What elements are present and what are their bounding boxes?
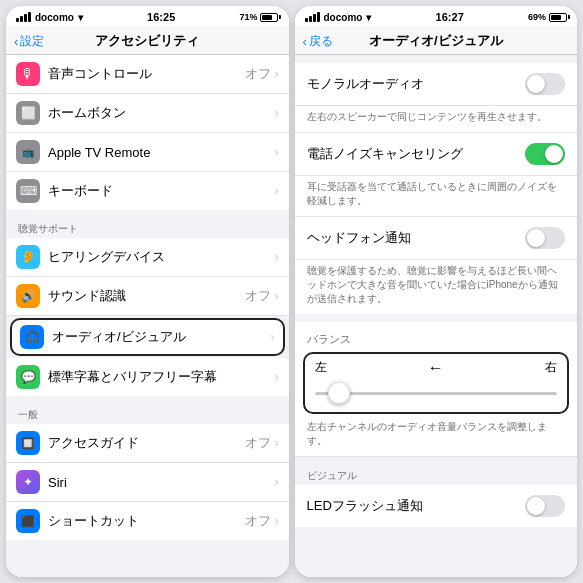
status-left-r: docomo ▾ [305,12,372,23]
row-siri[interactable]: ✦ Siri › [6,463,289,502]
row-audio-control[interactable]: 🎙 音声コントロール オフ › [6,55,289,94]
battery-pct-label-r: 69% [528,12,546,22]
led-toggle[interactable] [525,495,565,517]
hearing-group: 👂 ヒアリングデバイス › 🔊 サウンド認識 オフ › 🎧 オーディオ/ビジュア… [6,238,289,396]
row-access-guide[interactable]: 🔲 アクセスガイド オフ › [6,424,289,463]
balance-labels: 左 ← 右 [315,359,558,377]
shortcuts-value: オフ [245,512,271,530]
slider-thumb[interactable] [328,382,350,404]
keyboard-icon: ⌨ [16,179,40,203]
chevron-icon: › [275,370,279,384]
audio-control-label: 音声コントロール [48,65,245,83]
row-apple-tv-remote[interactable]: 📺 Apple TV Remote › [6,133,289,172]
home-button-icon: ⬜ [16,101,40,125]
balance-left-label: 左 [315,359,327,377]
balance-group: バランス 左 ← 右 左右チャンネルのオーディオ音量バランスを調整します。 [295,322,578,457]
headphone-label: ヘッドフォン通知 [307,229,526,247]
mono-toggle[interactable] [525,73,565,95]
balance-slider-container[interactable]: 左 ← 右 [303,352,570,414]
back-chevron-icon: ‹ [14,34,18,49]
content-right: モノラルオーディオ 左右のスピーカーで同じコンテンツを再生させます。 電話ノイズ… [295,55,578,577]
audio-control-value: オフ [245,65,271,83]
row-home-button[interactable]: ⬜ ホームボタン › [6,94,289,133]
slider-track [315,392,558,395]
sound-recognition-value: オフ [245,287,271,305]
shortcuts-label: ショートカット [48,512,245,530]
balance-right-label: 右 [545,359,557,377]
battery-pct-label: 71% [239,12,257,22]
chevron-icon: › [275,436,279,450]
chevron-icon: › [275,67,279,81]
left-phone: docomo ▾ 16:25 71% ‹ 設定 アクセシビリティ 🎙 音声コント… [6,6,289,577]
audio-control-icon: 🎙 [16,62,40,86]
gap1 [295,55,578,63]
toggle-knob3 [527,229,545,247]
audio-visual-icon: 🎧 [20,325,44,349]
gap3 [295,457,578,465]
chevron-icon: › [275,184,279,198]
top-group: 🎙 音声コントロール オフ › ⬜ ホームボタン › 📺 Apple TV Re… [6,55,289,210]
apple-tv-remote-label: Apple TV Remote [48,145,275,160]
audio-visual-label: オーディオ/ビジュアル [52,328,271,346]
signal-icon-r [305,12,320,22]
signal-icon [16,12,31,22]
battery-icon-r [549,13,567,22]
phone-cancel-row[interactable]: 電話ノイズキャンセリング [295,133,578,176]
status-right-r: 69% [528,12,567,22]
subtitles-label: 標準字幕とバリアフリー字幕 [48,368,275,386]
back-button-r[interactable]: ‹ 戻る [303,33,333,50]
page-title-left: アクセシビリティ [95,32,199,50]
row-sound-recognition[interactable]: 🔊 サウンド認識 オフ › [6,277,289,316]
wifi-icon-r: ▾ [366,12,371,23]
balance-slider[interactable] [315,379,558,407]
access-guide-value: オフ [245,434,271,452]
content-left: 🎙 音声コントロール オフ › ⬜ ホームボタン › 📺 Apple TV Re… [6,55,289,577]
back-chevron-icon-r: ‹ [303,34,307,49]
row-hearing-devices[interactable]: 👂 ヒアリングデバイス › [6,238,289,277]
carrier-label-r: docomo [324,12,363,23]
back-label-r[interactable]: 戻る [309,33,333,50]
toggle-knob [527,75,545,93]
headphone-desc: 聴覚を保護するため、聴覚に影響を与えるほど長い間ヘッドホンで大きな音を聞いていた… [295,260,578,314]
battery-icon [260,13,278,22]
balance-arrow-area: ← [428,359,444,377]
chevron-icon: › [275,250,279,264]
mono-row[interactable]: モノラルオーディオ [295,63,578,106]
phone-cancel-label: 電話ノイズキャンセリング [307,145,526,163]
headphone-toggle[interactable] [525,227,565,249]
section-hearing-label: 聴覚サポート [18,223,78,234]
chevron-icon: › [275,289,279,303]
battery-fill-r [551,15,561,20]
back-button[interactable]: ‹ 設定 [14,33,44,50]
balance-section-label: バランス [295,328,578,349]
keyboard-label: キーボード [48,182,275,200]
gap2 [295,314,578,322]
mono-group: モノラルオーディオ 左右のスピーカーで同じコンテンツを再生させます。 電話ノイズ… [295,63,578,314]
nav-bar-right: ‹ 戻る オーディオ/ビジュアル [295,26,578,55]
access-guide-icon: 🔲 [16,431,40,455]
mono-label: モノラルオーディオ [307,75,526,93]
nav-bar-left: ‹ 設定 アクセシビリティ [6,26,289,55]
row-keyboard[interactable]: ⌨ キーボード › [6,172,289,210]
time-label-r: 16:27 [436,11,464,23]
shortcuts-icon: ⬛ [16,509,40,533]
row-audio-visual[interactable]: 🎧 オーディオ/ビジュアル › [10,318,285,356]
toggle-knob4 [527,497,545,515]
led-row[interactable]: LEDフラッシュ通知 [295,485,578,527]
section-general-header: 一般 [6,404,289,424]
page-title-right: オーディオ/ビジュアル [369,32,503,50]
back-label[interactable]: 設定 [20,33,44,50]
chevron-icon: › [271,330,275,344]
row-shortcuts[interactable]: ⬛ ショートカット オフ › [6,502,289,540]
chevron-icon: › [275,145,279,159]
time-label: 16:25 [147,11,175,23]
phone-cancel-toggle[interactable] [525,143,565,165]
hearing-devices-label: ヒアリングデバイス [48,248,275,266]
sound-recognition-label: サウンド認識 [48,287,245,305]
headphone-row[interactable]: ヘッドフォン通知 [295,217,578,260]
row-subtitles[interactable]: 💬 標準字幕とバリアフリー字幕 › [6,358,289,396]
visual-section-header: ビジュアル [295,465,578,485]
phone-cancel-desc: 耳に受話器を当てて通話しているときに周囲のノイズを軽減します。 [295,176,578,217]
led-label: LEDフラッシュ通知 [307,497,526,515]
status-bar-right: docomo ▾ 16:27 69% [295,6,578,26]
